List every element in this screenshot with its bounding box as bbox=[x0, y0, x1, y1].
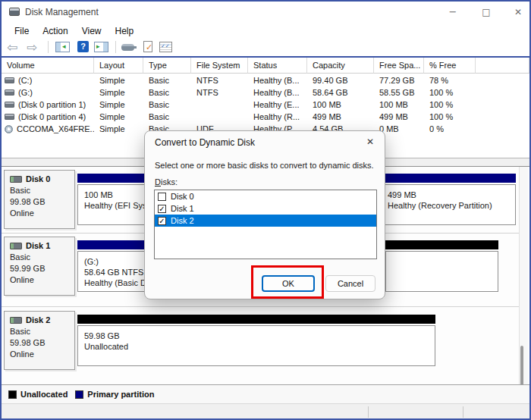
partition-text: Unallocated bbox=[84, 341, 435, 352]
partition-status-bar bbox=[77, 315, 435, 324]
volume-cell-layout: Simple bbox=[94, 111, 143, 123]
checklist-icon[interactable] bbox=[159, 42, 172, 52]
column-header-capacity[interactable]: Capacity bbox=[307, 58, 374, 74]
partition-text: 59.98 GB bbox=[84, 331, 435, 341]
toolbar-separator bbox=[48, 41, 49, 53]
column-header-file-system[interactable]: File System bbox=[191, 58, 248, 74]
dialog-disk-item[interactable]: ✓Disk 2 bbox=[155, 215, 376, 227]
disk-drive-icon bbox=[10, 243, 22, 249]
disk-kind: Basic bbox=[10, 185, 74, 196]
column-header-type[interactable]: Type bbox=[143, 58, 191, 74]
volume-row[interactable]: (Disk 0 partition 1)SimpleBasicHealthy (… bbox=[2, 99, 529, 111]
dialog-close-icon[interactable] bbox=[366, 136, 374, 147]
disk-status: Online bbox=[10, 208, 74, 219]
disks-listbox[interactable]: Disk 0✓Disk 1✓Disk 2 bbox=[154, 190, 377, 259]
volume-cell-type: Basic bbox=[143, 86, 191, 99]
vertical-scrollbar[interactable] bbox=[519, 167, 528, 384]
action-pane-icon[interactable] bbox=[94, 42, 108, 52]
console-tree-icon[interactable] bbox=[55, 42, 70, 52]
status-bar bbox=[2, 403, 529, 418]
cd-icon bbox=[5, 125, 13, 133]
column-header-layout[interactable]: Layout bbox=[94, 58, 143, 74]
legend-item: Primary partition bbox=[75, 390, 154, 399]
checkbox-checked-icon[interactable]: ✓ bbox=[158, 217, 166, 225]
volume-icon bbox=[5, 114, 14, 120]
column-header-free-space[interactable]: Free Spa... bbox=[374, 58, 424, 74]
volume-cell-fs bbox=[191, 111, 248, 123]
legend-label: Unallocated bbox=[20, 390, 68, 399]
volume-cell-type: Basic bbox=[143, 111, 191, 123]
volume-name: (G:) bbox=[18, 86, 33, 99]
column-header-pct-free[interactable]: % Free bbox=[424, 58, 476, 74]
dialog-disk-item[interactable]: Disk 0 bbox=[155, 190, 376, 202]
volume-name: (Disk 0 partition 4) bbox=[18, 111, 86, 123]
disk-kind: Basic bbox=[10, 252, 74, 263]
disk-name: Disk 1 bbox=[26, 241, 50, 250]
disk-drive-icon bbox=[10, 317, 22, 324]
statusbar-separator bbox=[368, 406, 369, 418]
column-header-volume[interactable]: Volume bbox=[2, 58, 94, 74]
menu-file[interactable]: File bbox=[8, 24, 36, 38]
column-header-status[interactable]: Status bbox=[248, 58, 307, 74]
disk-status: Online bbox=[10, 274, 74, 286]
volume-cell-layout: Simple bbox=[94, 86, 143, 99]
volume-cell-free: 499 MB bbox=[374, 111, 424, 123]
disk-row-separator bbox=[2, 306, 520, 307]
partition-box[interactable]: 499 MBHealthy (Recovery Partition) bbox=[381, 174, 516, 225]
volume-cell-status: Healthy (B... bbox=[248, 86, 307, 99]
volume-cell-pct: 0 % bbox=[424, 123, 476, 135]
ok-button[interactable]: OK bbox=[262, 275, 315, 292]
volume-cell-pct: 100 % bbox=[424, 111, 476, 123]
volume-cell-status: Healthy (B... bbox=[248, 74, 307, 86]
close-icon[interactable] bbox=[508, 4, 528, 20]
gauge-icon[interactable] bbox=[121, 44, 134, 51]
menu-bar: File Action View Help bbox=[2, 23, 529, 39]
cancel-button[interactable]: Cancel bbox=[325, 275, 375, 292]
title-bar: Disk Management bbox=[2, 2, 529, 23]
dialog-disk-label: Disk 1 bbox=[171, 204, 194, 213]
volume-name: CCCOMA_X64FRE... bbox=[17, 123, 94, 135]
volume-cell-type: Basic bbox=[143, 74, 191, 86]
volume-cell-fs: NTFS bbox=[191, 86, 248, 99]
menu-action[interactable]: Action bbox=[36, 24, 75, 38]
dialog-title: Convert to Dynamic Disk bbox=[155, 137, 255, 148]
minimize-icon[interactable] bbox=[443, 4, 463, 20]
disk-management-app-icon bbox=[9, 8, 20, 16]
forward-arrow-icon[interactable] bbox=[27, 40, 37, 54]
volume-table-header: Volume Layout Type File System Status Ca… bbox=[2, 58, 529, 74]
volume-cell-status: Healthy (R... bbox=[248, 111, 307, 123]
disk-label-panel[interactable]: Disk 2Basic59.98 GBOnline bbox=[4, 311, 75, 370]
disk-label-panel[interactable]: Disk 0Basic99.98 GBOnline bbox=[4, 170, 75, 229]
volume-cell-layout: Simple bbox=[94, 74, 143, 86]
volume-cell-capacity: 99.40 GB bbox=[307, 74, 374, 86]
menu-view[interactable]: View bbox=[76, 24, 109, 38]
back-arrow-icon[interactable] bbox=[7, 40, 17, 54]
checkbox-icon[interactable] bbox=[158, 193, 166, 201]
check-document-icon[interactable] bbox=[143, 41, 152, 52]
disk-label-panel[interactable]: Disk 1Basic59.99 GBOnline bbox=[4, 237, 75, 296]
volume-row[interactable]: (G:)SimpleBasicNTFSHealthy (B...58.64 GB… bbox=[2, 86, 529, 99]
volume-name: (C:) bbox=[18, 74, 32, 86]
maximize-icon[interactable] bbox=[476, 4, 496, 20]
partition-box[interactable]: 59.98 GBUnallocated bbox=[77, 315, 435, 366]
partition-box[interactable] bbox=[385, 240, 498, 292]
help-icon[interactable] bbox=[77, 41, 89, 52]
volume-cell-free: 58.55 GB bbox=[374, 86, 424, 99]
disks-label: Disks: bbox=[155, 177, 178, 186]
disk-kind: Basic bbox=[10, 326, 74, 337]
volume-rows: (C:)SimpleBasicNTFSHealthy (B...99.40 GB… bbox=[2, 74, 529, 135]
menu-help[interactable]: Help bbox=[109, 24, 142, 38]
partition-status-bar bbox=[385, 240, 498, 249]
dialog-disk-item[interactable]: ✓Disk 1 bbox=[155, 202, 376, 215]
dialog-disk-label: Disk 0 bbox=[171, 192, 194, 201]
volume-cell-status: Healthy (E... bbox=[248, 99, 307, 111]
volume-row[interactable]: (C:)SimpleBasicNTFSHealthy (B...99.40 GB… bbox=[2, 74, 529, 86]
toolbar bbox=[2, 39, 529, 56]
volume-cell-pct: 100 % bbox=[424, 86, 476, 99]
disk-size: 59.98 GB bbox=[10, 337, 74, 349]
volume-row[interactable]: (Disk 0 partition 4)SimpleBasicHealthy (… bbox=[2, 111, 529, 123]
disk-name: Disk 2 bbox=[26, 315, 50, 324]
checkbox-checked-icon[interactable]: ✓ bbox=[158, 205, 166, 213]
dialog-message: Select one or more basic disks to conver… bbox=[155, 161, 374, 170]
partition-status-bar bbox=[381, 174, 516, 183]
